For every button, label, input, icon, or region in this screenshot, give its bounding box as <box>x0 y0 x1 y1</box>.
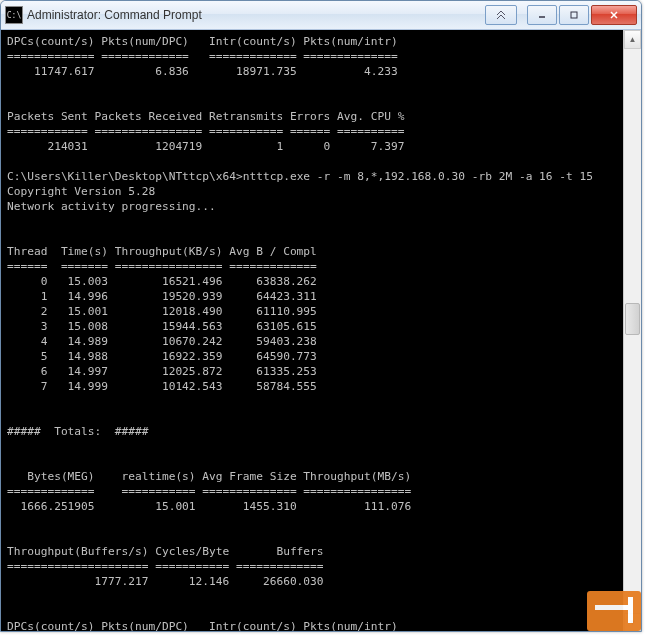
svg-rect-1 <box>571 12 577 18</box>
close-button[interactable] <box>591 5 637 25</box>
thread-row-5: 5 14.988 16922.359 64590.773 <box>7 350 317 363</box>
dpc-header-2: DPCs(count/s) Pkts(num/DPC) Intr(count/s… <box>7 620 398 632</box>
help-button[interactable] <box>485 5 517 25</box>
totals-label: ##### Totals: ##### <box>7 425 148 438</box>
packets-sep-1: ============ ================ ==========… <box>7 125 404 138</box>
thread-row-0: 0 15.003 16521.496 63838.262 <box>7 275 317 288</box>
dpc-sep-1: ============= ============= ============… <box>7 50 398 63</box>
thread-row-1: 1 14.996 19520.939 64423.311 <box>7 290 317 303</box>
thread-row-6: 6 14.997 12025.872 61335.253 <box>7 365 317 378</box>
thread-row-7: 7 14.999 10142.543 58784.555 <box>7 380 317 393</box>
scroll-thumb[interactable] <box>625 303 640 335</box>
maximize-button[interactable] <box>559 5 589 25</box>
dpc-header-1: DPCs(count/s) Pkts(num/DPC) Intr(count/s… <box>7 35 398 48</box>
thread-sep: ====== ======= ================ ========… <box>7 260 317 273</box>
activity-line: Network activity progressing... <box>7 200 216 213</box>
thread-row-4: 4 14.989 10670.242 59403.238 <box>7 335 317 348</box>
totals2-sep: ===================== =========== ======… <box>7 560 324 573</box>
watermark-logo <box>587 591 641 631</box>
window-title: Administrator: Command Prompt <box>27 8 485 22</box>
totals2-header: Throughput(Buffers/s) Cycles/Byte Buffer… <box>7 545 324 558</box>
packets-header-1: Packets Sent Packets Received Retransmit… <box>7 110 404 123</box>
window-controls <box>485 5 637 25</box>
packets-row-1: 214031 1204719 1 0 7.397 <box>7 140 404 153</box>
command-line: ntttcp.exe -r -m 8,*,192.168.0.30 -rb 2M… <box>243 170 593 183</box>
copyright-line: Copyright Version 5.28 <box>7 185 155 198</box>
thread-row-3: 3 15.008 15944.563 63105.615 <box>7 320 317 333</box>
command-prompt-path: C:\Users\Killer\Desktop\NTttcp\x64> <box>7 170 243 183</box>
dpc-row-1: 11747.617 6.836 18971.735 4.233 <box>7 65 398 78</box>
totals1-header: Bytes(MEG) realtime(s) Avg Frame Size Th… <box>7 470 411 483</box>
titlebar[interactable]: C:\ Administrator: Command Prompt <box>1 1 641 30</box>
console-output[interactable]: DPCs(count/s) Pkts(num/DPC) Intr(count/s… <box>1 30 623 632</box>
scroll-up-button[interactable]: ▲ <box>624 30 641 49</box>
console-area: DPCs(count/s) Pkts(num/DPC) Intr(count/s… <box>1 30 641 632</box>
thread-row-2: 2 15.001 12018.490 61110.995 <box>7 305 317 318</box>
minimize-button[interactable] <box>527 5 557 25</box>
scroll-track[interactable] <box>624 49 641 613</box>
app-icon: C:\ <box>5 6 23 24</box>
totals1-row: 1666.251905 15.001 1455.310 111.076 <box>7 500 411 513</box>
thread-header: Thread Time(s) Throughput(KB/s) Avg B / … <box>7 245 317 258</box>
totals2-row: 1777.217 12.146 26660.030 <box>7 575 324 588</box>
command-prompt-window: C:\ Administrator: Command Prompt DPCs(c… <box>0 0 642 632</box>
vertical-scrollbar[interactable]: ▲ ▼ <box>623 30 641 632</box>
totals1-sep: ============= =========== ==============… <box>7 485 411 498</box>
